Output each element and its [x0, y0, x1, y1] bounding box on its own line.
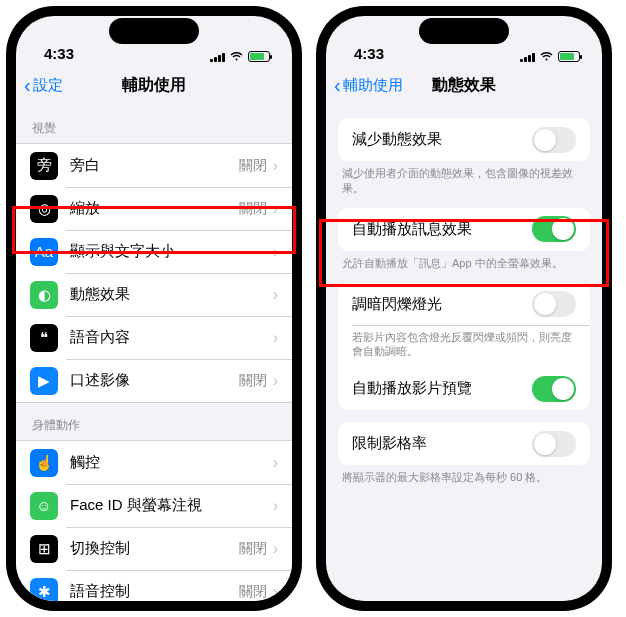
row-motion[interactable]: ◐動態效果› — [16, 273, 292, 316]
toggle-knob — [534, 129, 556, 151]
row-label: 動態效果 — [70, 285, 273, 304]
row-value: 關閉 — [239, 372, 267, 390]
row-touch[interactable]: ☝觸控› — [16, 441, 292, 484]
chevron-right-icon: › — [273, 200, 278, 218]
back-button[interactable]: ‹ 設定 — [24, 75, 63, 95]
chevron-left-icon: ‹ — [334, 75, 341, 95]
row-label: 調暗閃爍燈光 — [352, 295, 532, 314]
faceid-icon: ☺ — [30, 492, 58, 520]
dynamic-island — [419, 18, 509, 44]
signal-icon — [210, 51, 225, 62]
spoken-content-icon: ❝ — [30, 324, 58, 352]
battery-icon — [248, 51, 270, 62]
page-title: 輔助使用 — [122, 75, 186, 96]
vision-list: 旁旁白關閉›◎縮放關閉›Aa顯示與文字大小›◐動態效果›❝語音內容›▶口述影像關… — [16, 143, 292, 403]
row-zoom[interactable]: ◎縮放關閉› — [16, 187, 292, 230]
row-label: 縮放 — [70, 199, 239, 218]
note-auto-message-fx: 允許自動播放「訊息」App 中的全螢幕效果。 — [326, 251, 602, 271]
audio-desc-icon: ▶ — [30, 367, 58, 395]
row-faceid[interactable]: ☺Face ID 與螢幕注視› — [16, 484, 292, 527]
row-voiceover[interactable]: 旁旁白關閉› — [16, 144, 292, 187]
chevron-right-icon: › — [273, 372, 278, 390]
chevron-right-icon: › — [273, 497, 278, 515]
toggle-knob — [552, 218, 574, 240]
battery-icon — [558, 51, 580, 62]
row-label: 觸控 — [70, 453, 273, 472]
row-label: 切換控制 — [70, 539, 239, 558]
row-spoken-content[interactable]: ❝語音內容› — [16, 316, 292, 359]
page-title: 動態效果 — [432, 75, 496, 96]
row-label: 旁白 — [70, 156, 239, 175]
row-value: 關閉 — [239, 583, 267, 601]
toggle-auto-message-fx[interactable] — [532, 216, 576, 242]
toggle-auto-video-preview[interactable] — [532, 376, 576, 402]
row-value: 關閉 — [239, 157, 267, 175]
status-time: 4:33 — [354, 45, 384, 62]
signal-icon — [520, 51, 535, 62]
content-scroll[interactable]: 視覺 旁旁白關閉›◎縮放關閉›Aa顯示與文字大小›◐動態效果›❝語音內容›▶口述… — [16, 106, 292, 601]
row-switch-control[interactable]: ⊞切換控制關閉› — [16, 527, 292, 570]
motor-list: ☝觸控›☺Face ID 與螢幕注視›⊞切換控制關閉›✱語音控制關閉›◧側邊按鈕… — [16, 440, 292, 601]
back-label: 設定 — [33, 76, 63, 95]
status-icons — [520, 51, 580, 62]
note-reduce-motion: 減少使用者介面的動態效果，包含圖像的視差效果。 — [326, 161, 602, 196]
settings-group: 調暗閃爍燈光若影片內容包含燈光反覆閃爍或頻閃，則亮度會自動調暗。自動播放影片預覽 — [338, 283, 590, 411]
phone-right: 4:33 ‹ 輔助使用 動態效果 減少動態效果減少使用者介面的動態效果，包含圖像… — [316, 6, 612, 611]
wifi-icon — [539, 51, 554, 62]
toggle-dim-flashing[interactable] — [532, 291, 576, 317]
row-value: 關閉 — [239, 200, 267, 218]
note-dim-flashing: 若影片內容包含燈光反覆閃爍或頻閃，則亮度會自動調暗。 — [338, 326, 590, 368]
status-icons — [210, 51, 270, 62]
toggle-knob — [534, 433, 556, 455]
row-label: 語音內容 — [70, 328, 273, 347]
switch-control-icon: ⊞ — [30, 535, 58, 563]
chevron-right-icon: › — [273, 329, 278, 347]
zoom-icon: ◎ — [30, 195, 58, 223]
chevron-right-icon: › — [273, 454, 278, 472]
row-label: 自動播放訊息效果 — [352, 220, 532, 239]
display-text-icon: Aa — [30, 238, 58, 266]
row-label: 限制影格率 — [352, 434, 532, 453]
settings-group: 自動播放訊息效果 — [338, 208, 590, 251]
phone-left: 4:33 ‹ 設定 輔助使用 視覺 旁旁白關閉›◎縮放關閉›Aa顯示與文字大小›… — [6, 6, 302, 611]
chevron-left-icon: ‹ — [24, 75, 31, 95]
screen-right: 4:33 ‹ 輔助使用 動態效果 減少動態效果減少使用者介面的動態效果，包含圖像… — [326, 16, 602, 601]
row-label: 口述影像 — [70, 371, 239, 390]
row-value: 關閉 — [239, 540, 267, 558]
toggle-knob — [552, 378, 574, 400]
row-label: Face ID 與螢幕注視 — [70, 496, 273, 515]
section-header-vision: 視覺 — [16, 106, 292, 143]
chevron-right-icon: › — [273, 540, 278, 558]
back-label: 輔助使用 — [343, 76, 403, 95]
row-voice-control[interactable]: ✱語音控制關閉› — [16, 570, 292, 601]
row-display-text[interactable]: Aa顯示與文字大小› — [16, 230, 292, 273]
toggle-reduce-motion[interactable] — [532, 127, 576, 153]
navbar: ‹ 輔助使用 動態效果 — [326, 64, 602, 106]
row-auto-video-preview: 自動播放影片預覽 — [338, 367, 590, 410]
row-label: 自動播放影片預覽 — [352, 379, 532, 398]
row-reduce-motion: 減少動態效果 — [338, 118, 590, 161]
chevron-right-icon: › — [273, 243, 278, 261]
voiceover-icon: 旁 — [30, 152, 58, 180]
screen-left: 4:33 ‹ 設定 輔助使用 視覺 旁旁白關閉›◎縮放關閉›Aa顯示與文字大小›… — [16, 16, 292, 601]
toggle-limit-framerate[interactable] — [532, 431, 576, 457]
navbar: ‹ 設定 輔助使用 — [16, 64, 292, 106]
wifi-icon — [229, 51, 244, 62]
section-header-motor: 身體動作 — [16, 403, 292, 440]
chevron-right-icon: › — [273, 583, 278, 601]
dynamic-island — [109, 18, 199, 44]
toggle-knob — [534, 293, 556, 315]
settings-group: 減少動態效果 — [338, 118, 590, 161]
settings-group: 限制影格率 — [338, 422, 590, 465]
note-limit-framerate: 將顯示器的最大影格率設定為每秒 60 格。 — [326, 465, 602, 485]
chevron-right-icon: › — [273, 157, 278, 175]
row-auto-message-fx: 自動播放訊息效果 — [338, 208, 590, 251]
row-audio-desc[interactable]: ▶口述影像關閉› — [16, 359, 292, 402]
row-label: 減少動態效果 — [352, 130, 532, 149]
status-time: 4:33 — [44, 45, 74, 62]
touch-icon: ☝ — [30, 449, 58, 477]
row-label: 顯示與文字大小 — [70, 242, 273, 261]
row-dim-flashing: 調暗閃爍燈光 — [338, 283, 590, 326]
back-button[interactable]: ‹ 輔助使用 — [334, 75, 403, 95]
row-limit-framerate: 限制影格率 — [338, 422, 590, 465]
